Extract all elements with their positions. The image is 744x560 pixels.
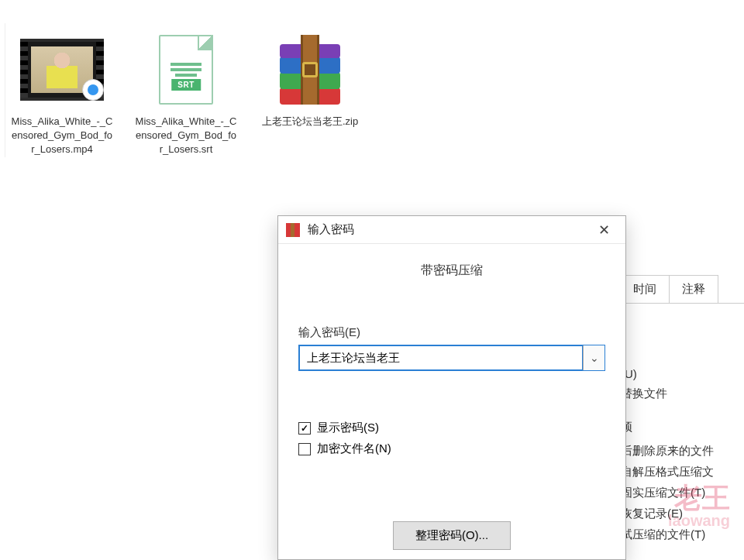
recovery-record-option[interactable]: 恢复记录(E) <box>621 503 744 524</box>
video-thumbnail <box>16 31 108 108</box>
tab-comment[interactable]: 注释 <box>669 275 718 303</box>
password-field-label: 输入密码(E) <box>298 325 605 340</box>
tab-time[interactable]: 时间 <box>620 275 670 303</box>
delete-original-option[interactable]: 后删除原来的文件 <box>621 441 744 462</box>
file-name-label: Miss_Alika_White_-_Censored_Gym_Bod_for_… <box>8 115 116 157</box>
update-mode-label: (U) <box>621 364 744 383</box>
encrypt-names-checkbox[interactable] <box>298 443 311 455</box>
background-options-panel: 时间 注释 (U) 替换文件 顶 后删除原来的文件 自解压格式压缩文 固实压缩文… <box>620 275 744 560</box>
sfx-format-option[interactable]: 自解压格式压缩文 <box>621 462 744 483</box>
winrar-icon <box>286 223 300 237</box>
password-dialog: 输入密码 ✕ 带密码压缩 输入密码(E) ⌄ 显示密码(S) 加密文件名(N) … <box>277 215 626 560</box>
dialog-title: 输入密码 <box>308 222 354 237</box>
dialog-titlebar: 输入密码 ✕ <box>278 216 625 244</box>
chevron-down-icon: ⌄ <box>590 352 599 364</box>
close-button[interactable]: ✕ <box>588 219 619 241</box>
close-icon: ✕ <box>598 222 610 239</box>
section-label: 顶 <box>621 420 744 435</box>
dropdown-arrow[interactable]: ⌄ <box>583 345 604 370</box>
organize-passwords-button[interactable]: 整理密码(O)... <box>393 521 511 550</box>
encrypt-names-label: 加密文件名(N) <box>317 441 391 456</box>
password-combobox[interactable]: ⌄ <box>298 345 605 371</box>
file-item-video[interactable]: Miss_Alika_White_-_Censored_Gym_Bod_for_… <box>8 31 116 157</box>
file-name-label: Miss_Alika_White_-_Censored_Gym_Bod_for_… <box>132 115 240 157</box>
srt-badge: SRT <box>171 79 201 91</box>
player-badge-icon <box>82 79 104 101</box>
encrypt-names-row[interactable]: 加密文件名(N) <box>298 441 605 456</box>
test-archived-option[interactable]: 试压缩的文件(T) <box>621 524 744 545</box>
show-password-checkbox[interactable] <box>298 422 311 435</box>
file-explorer-area: Miss_Alika_White_-_Censored_Gym_Bod_for_… <box>0 15 744 173</box>
file-item-srt[interactable]: SRT Miss_Alika_White_-_Censored_Gym_Bod_… <box>132 31 240 157</box>
file-item-zip[interactable]: 上老王论坛当老王.zip <box>256 31 364 157</box>
srt-thumbnail: SRT <box>140 31 232 108</box>
solid-archive-option[interactable]: 固实压缩文件(T) <box>621 483 744 503</box>
show-password-row[interactable]: 显示密码(S) <box>298 421 605 435</box>
replace-files-option[interactable]: 替换文件 <box>621 383 744 404</box>
dialog-subtitle: 带密码压缩 <box>298 244 605 325</box>
password-input[interactable] <box>299 345 583 370</box>
show-password-label: 显示密码(S) <box>317 421 379 435</box>
zip-thumbnail <box>264 31 356 108</box>
file-name-label: 上老王论坛当老王.zip <box>259 115 361 129</box>
